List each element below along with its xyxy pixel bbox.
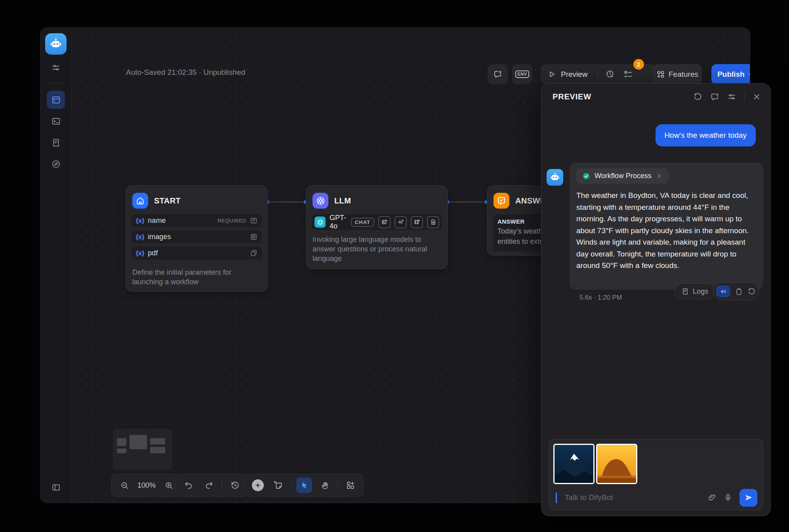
required-badge: REQUIRED	[217, 218, 246, 224]
compass-icon	[51, 159, 61, 169]
play-icon[interactable]	[548, 70, 556, 78]
undo-redo-controls	[175, 474, 248, 497]
sidebar	[40, 28, 72, 503]
node-title: LLM	[334, 196, 351, 205]
restart-conversation-button[interactable]	[488, 64, 508, 84]
close-icon[interactable]	[753, 93, 761, 101]
node-description: Invoking large language models to answer…	[306, 230, 448, 270]
new-conversation-icon[interactable]	[710, 92, 719, 101]
node-llm[interactable]: LLM GPT-4o CHAT	[306, 185, 448, 269]
chevron-right-icon	[656, 173, 663, 179]
speak-button[interactable]	[716, 285, 730, 297]
app-logo[interactable]	[45, 33, 67, 55]
divider	[744, 93, 745, 101]
reset-conversation-icon[interactable]	[693, 92, 702, 101]
send-button[interactable]	[739, 489, 757, 507]
add-note-button[interactable]	[271, 477, 286, 493]
paragraph-icon	[250, 233, 257, 241]
logs-button[interactable]: Logs	[675, 283, 715, 299]
features-button[interactable]: Features	[653, 64, 702, 84]
preview-run-button[interactable]: Preview	[561, 70, 588, 79]
files-icon	[250, 249, 257, 257]
bot-avatar	[547, 169, 563, 186]
logs-icon	[681, 287, 689, 295]
variable-icon: {x}	[136, 234, 144, 241]
text-input-icon	[250, 217, 257, 224]
vision-capability-icon	[378, 216, 391, 228]
checklist-icon[interactable]	[623, 70, 633, 79]
chevron-down-icon	[747, 71, 750, 78]
hand-tool-button[interactable]	[317, 477, 333, 493]
sliders-icon	[51, 63, 61, 72]
chat-input-card	[549, 439, 763, 510]
copy-button[interactable]	[735, 287, 743, 296]
features-icon	[656, 70, 665, 79]
document-capability-icon	[427, 216, 439, 228]
field-name: images	[148, 233, 171, 241]
attach-file-icon[interactable]	[708, 493, 717, 502]
sidebar-item-logs[interactable]	[47, 133, 65, 152]
sidebar-item-orchestrate[interactable]	[47, 91, 65, 109]
redo-button[interactable]	[201, 477, 217, 493]
bot-message-text: The weather in Boydton, VA today is clea…	[576, 190, 757, 272]
node-description: Define the initial parameters for launch…	[126, 263, 267, 293]
openai-logo-icon	[314, 217, 326, 228]
microphone-icon[interactable]	[724, 493, 732, 502]
model-name: GPT-4o	[330, 214, 347, 230]
node-start[interactable]: START {x} name REQUIRED {x} images	[126, 185, 268, 292]
logs-label: Logs	[693, 287, 708, 296]
sidebar-item-api[interactable]	[47, 112, 65, 130]
preview-settings-icon[interactable]	[727, 92, 736, 101]
workflow-process-toggle[interactable]: Workflow Process	[576, 168, 669, 184]
sidebar-item-settings[interactable]	[47, 59, 65, 77]
checklist-count-badge: 2	[633, 59, 644, 70]
publish-button[interactable]: Publish	[711, 64, 750, 84]
field-name: name	[148, 217, 166, 225]
edge-llm-answer	[447, 201, 487, 202]
attachment-thumbnail-mountain-sunset[interactable]	[596, 444, 637, 484]
pointer-tool-button[interactable]	[296, 477, 312, 493]
divider	[597, 70, 598, 79]
field-row-pdf[interactable]: {x} pdf	[132, 247, 262, 260]
success-check-icon	[582, 172, 590, 180]
sidebar-divider	[48, 83, 64, 84]
run-history-icon[interactable]	[606, 70, 615, 79]
features-label: Features	[669, 70, 698, 79]
chat-input[interactable]	[564, 493, 701, 502]
preview-header: PREVIEW	[541, 84, 770, 110]
edge-start-llm	[267, 201, 306, 202]
workflow-process-label: Workflow Process	[595, 172, 652, 180]
variable-icon: {x}	[136, 217, 144, 224]
regenerate-button[interactable]	[747, 287, 756, 296]
field-row-images[interactable]: {x} images	[132, 230, 262, 243]
zoom-controls: 100%	[111, 474, 182, 497]
zoom-out-button[interactable]	[116, 477, 132, 493]
field-row-name[interactable]: {x} name REQUIRED	[132, 214, 262, 227]
message-actions	[713, 283, 759, 300]
sidebar-item-monitoring[interactable]	[47, 155, 65, 173]
env-icon: ENV	[515, 70, 529, 78]
attachment-thumbnail-mountain-night[interactable]	[553, 444, 595, 484]
audio-capability-icon	[394, 216, 407, 228]
node-title: START	[154, 196, 181, 205]
bot-message-card: Workflow Process The weather in Boydton,…	[570, 163, 763, 290]
model-selector[interactable]: GPT-4o CHAT	[312, 214, 442, 230]
add-node-button[interactable]	[250, 477, 266, 493]
undo-button[interactable]	[181, 477, 196, 493]
zoom-in-button[interactable]	[161, 477, 177, 493]
publish-label: Publish	[717, 70, 745, 79]
workflow-window-icon	[51, 95, 61, 105]
log-document-icon	[51, 138, 61, 148]
text-cursor	[556, 492, 557, 503]
zoom-level[interactable]: 100%	[137, 481, 156, 490]
collapse-panel-button[interactable]	[47, 478, 65, 496]
canvas-tools	[245, 474, 364, 497]
env-variables-button[interactable]: ENV	[512, 64, 532, 84]
answer-bubble-icon	[494, 193, 509, 209]
screen: Auto-Saved 21:02:35 · Unpublished ENV Pr…	[0, 0, 789, 532]
node-llm-header: LLM	[306, 186, 448, 214]
organize-nodes-button[interactable]	[343, 477, 358, 493]
change-history-button[interactable]	[227, 477, 243, 493]
minimap[interactable]	[113, 429, 172, 470]
plus-icon	[252, 479, 264, 491]
